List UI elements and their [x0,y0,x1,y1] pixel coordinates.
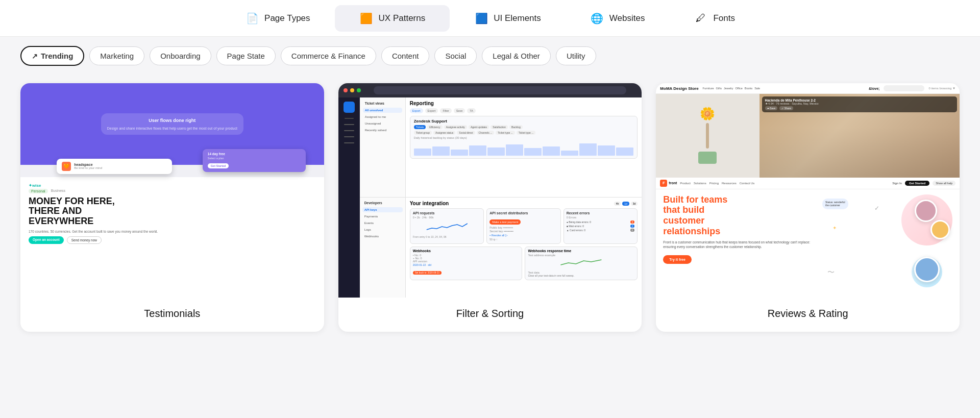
tab-ux-patterns[interactable]: 🟧 UX Patterns [335,5,450,32]
page-types-icon: 📄 [245,11,259,26]
card-reviews-rating-label: Reviews & Rating [656,298,960,332]
tab-page-types-label: Page Types [264,13,310,23]
cards-grid: User flows done right Design and share i… [0,75,980,352]
chip-utility[interactable]: Utility [556,46,596,65]
chip-marketing[interactable]: Marketing [89,46,144,65]
chip-social[interactable]: Social [434,46,477,65]
tab-ux-patterns-label: UX Patterns [379,13,426,23]
card-testimonials-label: Testimonials [20,298,324,332]
chip-page-state[interactable]: Page State [216,46,276,65]
websites-icon: 🌐 [590,11,604,26]
chip-commerce-finance[interactable]: Commerce & Finance [281,46,376,65]
card-testimonials-preview: User flows done right Design and share i… [20,83,324,298]
fonts-icon: 🖊 [694,11,708,26]
tab-ui-elements-label: UI Elements [494,13,541,23]
top-navigation: 📄 Page Types 🟧 UX Patterns 🟦 UI Elements… [0,0,980,37]
ui-elements-icon: 🟦 [474,11,488,26]
card-filter-sorting-preview: Ticket views All unsolved Assigned to me… [338,83,642,298]
chip-onboarding[interactable]: Onboarding [150,46,211,65]
card-testimonials[interactable]: User flows done right Design and share i… [20,83,324,332]
tab-fonts[interactable]: 🖊 Fonts [669,5,760,32]
tab-websites-label: Websites [609,13,645,23]
tab-page-types[interactable]: 📄 Page Types [220,5,334,32]
card-filter-sorting[interactable]: Ticket views All unsolved Assigned to me… [338,83,642,332]
card-reviews-rating[interactable]: MoMA Design Store Furniture Gifts Jewelr… [656,83,960,332]
chip-content[interactable]: Content [381,46,430,65]
tab-fonts-label: Fonts [713,13,735,23]
card-reviews-rating-preview: MoMA Design Store Furniture Gifts Jewelr… [656,83,960,298]
chip-trending[interactable]: Trending [20,46,84,66]
card-filter-sorting-label: Filter & Sorting [338,298,642,332]
filter-chips-row: Trending Marketing Onboarding Page State… [0,37,980,75]
tab-websites[interactable]: 🌐 Websites [566,5,670,32]
tab-ui-elements[interactable]: 🟦 UI Elements [450,5,566,32]
chip-legal-other[interactable]: Legal & Other [482,46,551,65]
ux-patterns-icon: 🟧 [359,11,374,26]
